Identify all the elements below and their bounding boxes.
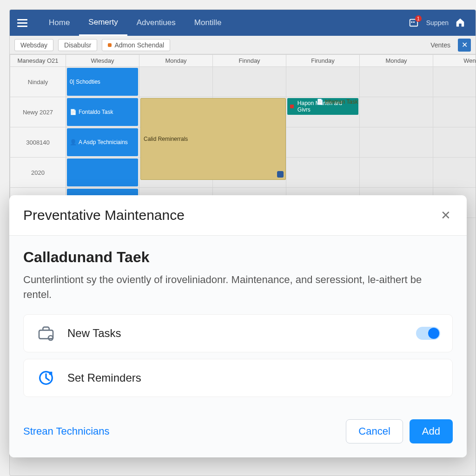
event-text: Fontaldo Task — [79, 109, 113, 115]
calendar-cell[interactable] — [360, 127, 433, 158]
calendar-header: Wlesday — [66, 55, 139, 67]
calendar-cell[interactable] — [433, 127, 476, 158]
topbar-label: Suppen — [426, 19, 449, 26]
event-text: Calid Reminerrals — [144, 136, 188, 142]
resize-icon[interactable] — [277, 171, 284, 178]
cancel-button[interactable]: Cancel — [346, 419, 403, 443]
card-label: New Tasks — [67, 327, 405, 340]
modal-title: Preventative Maintenance — [23, 207, 439, 223]
topbar-right: 1 Suppen — [409, 17, 471, 28]
event-text: 0| Schodties — [70, 79, 100, 85]
time-label: 2020 — [10, 158, 66, 188]
topbar: Home Semerty Adventiues Montille 1 Suppe… — [10, 10, 476, 36]
new-tasks-toggle[interactable] — [416, 327, 440, 340]
close-icon[interactable]: ✕ — [439, 208, 453, 223]
calendar-cell[interactable] — [66, 158, 139, 188]
reminder-icon — [36, 368, 56, 388]
calendar-header: Monday — [360, 55, 433, 67]
ventes-label: Ventes — [430, 41, 450, 49]
toolbar: Websday Disabulsr Admon Schendal Ventes … — [10, 36, 476, 54]
nav-tabs: Home Semerty Adventiues Montille — [40, 10, 231, 36]
calendar-cell[interactable]: 👤A Asdp Techniciains — [66, 127, 139, 158]
calendar-row: Nindaly0| Schodties — [10, 67, 476, 97]
modal-header: Preventative Maintenance ✕ — [9, 195, 467, 236]
tab-montille[interactable]: Montille — [185, 10, 231, 36]
menu-icon[interactable] — [14, 15, 30, 31]
calendar-event[interactable] — [67, 159, 138, 186]
event-secondary-text: 📄 blteman Task — [317, 99, 358, 105]
event-text: A Asdp Techniciains — [79, 139, 128, 145]
calendar-event[interactable]: 0| Schodties — [67, 68, 138, 96]
calendar-cell[interactable]: Calid Reminerrals📄 blteman Task — [139, 97, 213, 127]
svg-rect-6 — [49, 371, 53, 375]
modal-preventative-maintenance: Preventative Maintenance ✕ Calladunand T… — [9, 195, 467, 457]
briefcase-icon — [36, 323, 56, 344]
calendar-cell[interactable]: 📄Fontaldo Task — [66, 97, 139, 127]
calendar-icon[interactable]: 1 — [409, 17, 420, 28]
calendar-cell[interactable]: 0| Schodties — [66, 67, 139, 97]
calendar-row: Newy 2027📄Fontaldo TaskCalid Reminerrals… — [10, 97, 476, 127]
calendar-cell[interactable] — [139, 67, 213, 97]
modal-subtitle: Calladunand Taek — [23, 249, 453, 266]
tool-admon-schendal[interactable]: Admon Schendal — [102, 39, 170, 51]
home-icon[interactable] — [455, 17, 466, 28]
calendar-event[interactable]: Calid Reminerrals📄 blteman Task — [140, 98, 286, 180]
tool-websday[interactable]: Websday — [14, 39, 53, 51]
tab-semerty[interactable]: Semerty — [79, 10, 127, 36]
notification-badge: 1 — [415, 15, 422, 22]
card-label: Set Reminders — [67, 371, 440, 384]
svg-rect-2 — [413, 21, 415, 23]
time-label: Nindaly — [10, 67, 66, 97]
calendar-cell[interactable] — [433, 67, 476, 97]
calendar-cell[interactable] — [360, 67, 433, 97]
calendar-header: Finnday — [213, 55, 286, 67]
calendar-header: Wen — [433, 55, 476, 67]
tool-disabulsr[interactable]: Disabulsr — [58, 39, 97, 51]
calendar-cell[interactable] — [433, 97, 476, 127]
stream-technicians-link[interactable]: Strean Technicians — [23, 425, 346, 437]
svg-rect-1 — [411, 21, 412, 23]
calendar-grid: Manesday O21 Wlesday Monday Finnday Firu… — [10, 54, 476, 218]
calendar-header: Manesday O21 — [10, 55, 66, 67]
calendar-cell[interactable] — [213, 67, 286, 97]
modal-description: Cunterlintiont sy the oviently of irovel… — [23, 272, 453, 302]
calendar-event[interactable]: 👤A Asdp Techniciains — [67, 128, 138, 156]
tab-adventiues[interactable]: Adventiues — [127, 10, 185, 36]
calendar-cell[interactable] — [286, 127, 360, 158]
tab-home[interactable]: Home — [40, 10, 79, 36]
calendar-cell[interactable] — [360, 97, 433, 127]
time-label: Newy 2027 — [10, 97, 66, 127]
modal-footer: Strean Technicians Cancel Add — [9, 411, 467, 457]
calendar-cell[interactable] — [360, 158, 433, 188]
add-button[interactable]: Add — [410, 419, 453, 443]
calendar-header: Firunday — [286, 55, 360, 67]
modal-body: Calladunand Taek Cunterlintiont sy the o… — [9, 236, 467, 411]
event-icon: 📄 — [70, 109, 77, 115]
calendar-cell[interactable] — [433, 158, 476, 188]
calendar-event[interactable]: 📄Fontaldo Task — [67, 98, 138, 126]
close-panel-button[interactable]: ✕ — [458, 39, 471, 52]
calendar-cell[interactable] — [286, 67, 360, 97]
event-icon: 👤 — [70, 139, 77, 145]
card-set-reminders[interactable]: Set Reminders — [23, 359, 453, 397]
card-new-tasks[interactable]: New Tasks — [23, 314, 453, 352]
tool-admon-label: Admon Schendal — [114, 41, 164, 49]
calendar-header-row: Manesday O21 Wlesday Monday Finnday Firu… — [10, 55, 476, 67]
time-label: 3008140 — [10, 127, 66, 158]
calendar-cell[interactable] — [286, 158, 360, 188]
svg-rect-3 — [39, 330, 53, 338]
calendar-header: Monday — [139, 55, 213, 67]
